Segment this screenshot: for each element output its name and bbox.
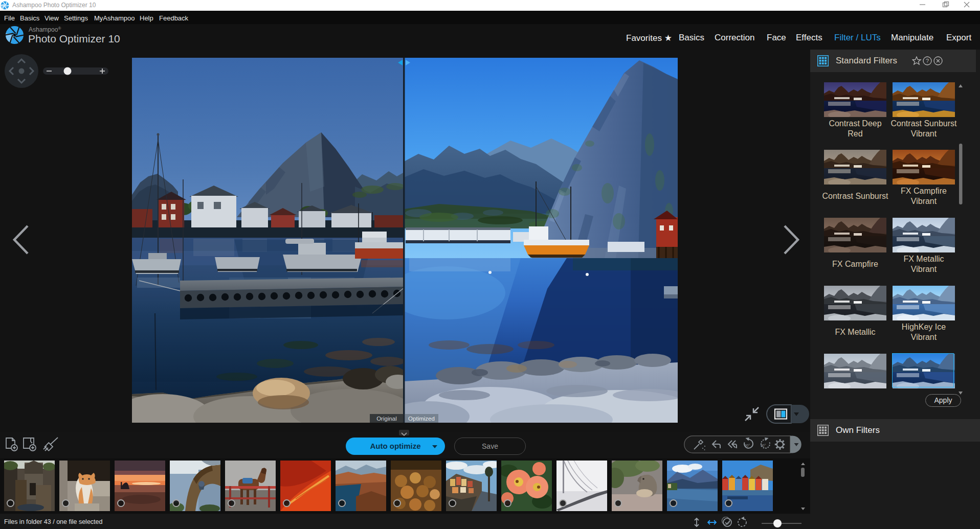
svg-text:90°: 90° <box>761 444 766 447</box>
svg-text:?: ? <box>926 58 929 64</box>
svg-text:90°: 90° <box>745 444 750 447</box>
svg-text:Original: Original <box>376 416 397 422</box>
svg-text:Optimized: Optimized <box>408 416 435 422</box>
